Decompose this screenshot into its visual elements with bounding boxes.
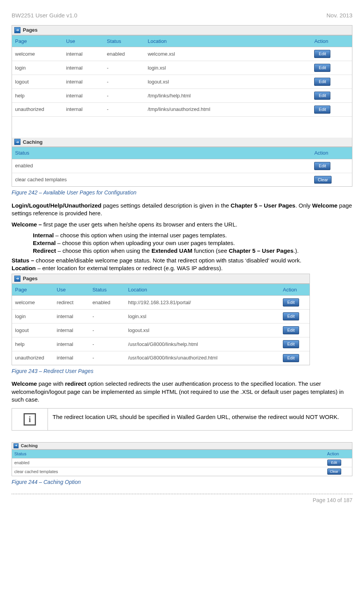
cell: help xyxy=(12,337,54,351)
pages-section-header: ➔ Pages xyxy=(12,274,310,284)
figure-242: ➔ Pages Page Use Status Location Action … xyxy=(12,25,352,187)
cell: enabled xyxy=(89,296,125,310)
cell: welcome.xsl xyxy=(145,47,311,61)
page-footer: Page 140 of 187 xyxy=(12,494,352,504)
cell: internal xyxy=(63,61,104,75)
table-row: helpinternal-/tmp/links/help.htmlEdit xyxy=(12,89,352,102)
col-status: Status xyxy=(89,284,125,296)
cell: welcome xyxy=(12,296,54,310)
figure-244-caption: Figure 244 – Caching Option xyxy=(12,479,352,486)
text: choose enable/disable welcome page statu… xyxy=(36,257,301,264)
col-status: Status xyxy=(12,450,325,458)
edit-button[interactable]: Edit xyxy=(314,78,330,86)
col-use: Use xyxy=(54,284,89,296)
col-status: Status xyxy=(104,35,145,47)
figure-244: ➔ Caching Status Action enabledEdit clea… xyxy=(12,442,352,476)
edit-button[interactable]: Edit xyxy=(283,298,299,307)
cell: - xyxy=(89,351,125,364)
cell: - xyxy=(104,89,145,102)
cell: redirect xyxy=(54,296,89,310)
paragraph: Welcome – first page the user gets when … xyxy=(12,221,352,228)
list-item: Internal – choose this option when using… xyxy=(33,232,352,239)
text: .). xyxy=(294,247,299,254)
text: – enter location for external templates … xyxy=(36,265,223,271)
cell: - xyxy=(104,102,145,116)
clear-button[interactable]: Clear xyxy=(314,176,331,184)
cell: http://192.168.123.81/portal/ xyxy=(125,296,280,310)
caching-section-title: Caching xyxy=(23,139,43,146)
pages-section-title: Pages xyxy=(23,275,37,282)
figure-243: ➔ Pages Page Use Status Location Action … xyxy=(12,274,310,365)
cell: internal xyxy=(54,324,89,337)
table-row: helpinternal-/usr/local/G8000/links/help… xyxy=(12,337,310,351)
pages-table: Page Use Status Location Action welcomer… xyxy=(12,284,310,365)
cell: - xyxy=(104,75,145,89)
text-bold: Internal xyxy=(33,232,54,238)
table-row: logoutinternal-logout.xslEdit xyxy=(12,75,352,89)
edit-button[interactable]: Edit xyxy=(283,340,299,348)
text: pages settings detailed description is g… xyxy=(101,202,230,209)
caching-table: Status Action enabledEdit clear cached t… xyxy=(12,147,352,186)
text: – choose this option when using the inte… xyxy=(54,232,227,238)
edit-button[interactable]: Edit xyxy=(314,64,330,72)
info-note: i The redirect location URL should be sp… xyxy=(12,408,352,431)
text-bold: Chapter 5 – User Pages xyxy=(229,247,294,254)
cell: internal xyxy=(63,47,104,61)
col-location: Location xyxy=(145,35,311,47)
text: – choose this option when uploading your… xyxy=(56,240,235,246)
cell: - xyxy=(89,310,125,324)
caching-section-header: ➔ Caching xyxy=(12,443,352,450)
col-action: Action xyxy=(280,284,310,296)
col-action: Action xyxy=(325,450,352,458)
paragraph: Status – choose enable/disable welcome p… xyxy=(12,257,352,264)
col-page: Page xyxy=(12,284,54,296)
table-row: welcomeredirectenabledhttp://192.168.123… xyxy=(12,296,310,310)
table-row: clear cached templatesClear xyxy=(12,467,352,476)
edit-button[interactable]: Edit xyxy=(314,92,330,100)
edit-button[interactable]: Edit xyxy=(314,162,330,170)
info-icon: i xyxy=(24,413,36,426)
col-page: Page xyxy=(12,35,63,47)
cell: - xyxy=(89,324,125,337)
edit-button[interactable]: Edit xyxy=(314,50,330,58)
text: function (see xyxy=(192,247,229,254)
edit-button[interactable]: Edit xyxy=(327,460,341,466)
text-bold: External xyxy=(33,240,56,246)
cell: login.xsl xyxy=(145,61,311,75)
pages-section-header: ➔ Pages xyxy=(12,26,352,35)
cell: clear cached templates xyxy=(12,173,311,186)
cell: welcome xyxy=(12,47,63,61)
clear-button[interactable]: Clear xyxy=(327,468,341,475)
caching-section-title: Caching xyxy=(21,443,37,449)
cell: /usr/local/G8000/links/help.html xyxy=(125,337,280,351)
text: – choose this option when using the xyxy=(56,247,151,254)
edit-button[interactable]: Edit xyxy=(283,326,299,334)
text-bold: Location xyxy=(12,265,36,271)
cell: login xyxy=(12,310,54,324)
edit-button[interactable]: Edit xyxy=(314,106,330,114)
cell: - xyxy=(104,61,145,75)
paragraph: Welcome page with redirect option select… xyxy=(12,380,352,404)
info-icon-cell: i xyxy=(12,409,48,430)
note-text: The redirect location URL should be spec… xyxy=(48,409,352,430)
cell: /tmp/links/unauthorized.html xyxy=(145,102,311,116)
col-action: Action xyxy=(311,147,352,159)
cell: internal xyxy=(63,89,104,102)
arrow-icon: ➔ xyxy=(14,276,20,282)
col-use: Use xyxy=(63,35,104,47)
text: . Only xyxy=(295,202,312,209)
figure-242-caption: Figure 242 – Available User Pages for Co… xyxy=(12,189,352,196)
cell: clear cached templates xyxy=(12,467,325,476)
edit-button[interactable]: Edit xyxy=(283,312,299,320)
doc-date: Nov. 2013 xyxy=(327,12,352,19)
edit-button[interactable]: Edit xyxy=(283,354,299,362)
paragraph: Location – enter location for external t… xyxy=(12,264,352,272)
text-bold: Redirect xyxy=(33,247,56,254)
arrow-icon: ➔ xyxy=(14,139,20,145)
text-bold: Welcome xyxy=(312,202,338,209)
doc-title: BW2251 User Guide v1.0 xyxy=(12,12,77,19)
paragraph: Login/Logout/Help/Unauthorized pages set… xyxy=(12,202,352,218)
caching-section-header: ➔ Caching xyxy=(12,138,352,147)
cell: logout.xsl xyxy=(145,75,311,89)
cell: enabled xyxy=(12,159,311,173)
